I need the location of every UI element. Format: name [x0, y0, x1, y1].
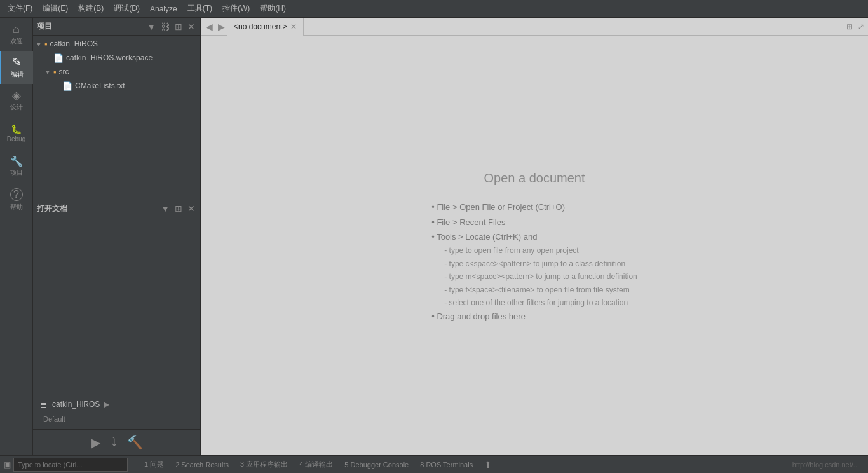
run-default-item[interactable]: Default — [38, 413, 195, 425]
status-compile-output[interactable]: 4 编译输出 — [294, 458, 338, 470]
activity-welcome-label: 欢迎 — [10, 37, 23, 46]
editor-area: ◀ ▶ <no document> ✕ ⊞ ⤢ Open a document … — [201, 18, 868, 455]
activity-design[interactable]: ◈ 设计 — [0, 84, 33, 117]
menu-edit[interactable]: 编辑(E) — [37, 1, 73, 17]
monitor-icon: 🖥 — [38, 399, 48, 410]
activity-design-label: 设计 — [10, 103, 23, 112]
locate-wrapper: ▣ — [4, 458, 133, 472]
activity-project-label: 项目 — [10, 168, 23, 177]
statusbar: ▣ 1 问题 2 Search Results 3 应用程序输出 4 编译输出 … — [0, 455, 868, 473]
activity-help[interactable]: ? 帮助 — [0, 183, 33, 216]
status-search-results[interactable]: 2 Search Results — [170, 460, 234, 470]
activity-edit-label: 编辑 — [11, 70, 24, 79]
run-config-area: 🖥 catkin_HiROS ▶ Default — [33, 392, 200, 429]
status-debugger-console[interactable]: 5 Debugger Console — [339, 460, 414, 470]
open-docs-area — [33, 217, 200, 294]
sidebar-bottom: 🖥 catkin_HiROS ▶ Default ▶ ⤵ 🔨 — [33, 294, 200, 455]
folder-icon: ▪ — [53, 67, 57, 77]
sidebar-actions: ▼ ⛓ ⊞ ✕ — [146, 22, 196, 32]
tab-close-icon[interactable]: ✕ — [290, 22, 297, 31]
tree-item-catkin-hiros[interactable]: ▼ ▪ catkin_HiROS — [33, 37, 200, 51]
run-play-button[interactable]: ▶ — [91, 435, 100, 450]
tree-item-workspace[interactable]: 📄 catkin_HiROS.workspace — [33, 51, 200, 65]
tree-item-cmakelists[interactable]: 📄 CMakeLists.txt — [33, 79, 200, 93]
arrow-icon: ▼ — [44, 69, 53, 76]
activity-welcome[interactable]: ⌂ 欢迎 — [0, 18, 33, 51]
link-icon[interactable]: ⛓ — [159, 22, 171, 32]
prompt-sub-4: - select one of the other filters for ju… — [431, 296, 637, 309]
prompt-item-0: • File > Open File or Project (Ctrl+O) — [431, 200, 637, 214]
editor-content: Open a document • File > Open File or Pr… — [201, 36, 868, 455]
menubar: 文件(F) 编辑(E) 构建(B) 调试(D) Analyze 工具(T) 控件… — [0, 0, 868, 18]
tab-split-icon[interactable]: ⊞ — [845, 22, 854, 31]
menu-build[interactable]: 构建(B) — [73, 1, 109, 17]
nav-back-button[interactable]: ◀ — [203, 22, 215, 32]
prompt-item-2: • Tools > Locate (Ctrl+K) and — [431, 230, 637, 244]
tab-expand-icon[interactable]: ⤢ — [857, 22, 865, 31]
status-right: http://blog.csdn.net/... — [792, 461, 864, 469]
menu-controls[interactable]: 控件(W) — [217, 1, 255, 17]
menu-analyze[interactable]: Analyze — [145, 2, 182, 16]
project-icon: 🔧 — [10, 156, 23, 167]
menu-help[interactable]: 帮助(H) — [255, 1, 291, 17]
close-sidebar-icon[interactable]: ✕ — [186, 22, 196, 32]
tree-label: catkin_HiROS.workspace — [66, 53, 153, 62]
expand-icon[interactable]: ⊞ — [173, 22, 184, 32]
prompt-title: Open a document — [431, 167, 637, 189]
tree-item-src[interactable]: ▼ ▪ src — [33, 65, 200, 79]
tree-label: catkin_HiROS — [50, 39, 98, 48]
status-problems[interactable]: 1 问题 — [139, 458, 169, 470]
activity-debug[interactable]: 🐛 Debug — [0, 117, 33, 150]
run-config-label: catkin_HiROS — [52, 400, 100, 409]
prompt-item-drag: • Drag and drop files here — [431, 309, 637, 324]
run-build-button[interactable]: 🔨 — [127, 435, 143, 450]
open-docs-expand-icon[interactable]: ⊞ — [173, 203, 184, 214]
sidebar: 项目 ▼ ⛓ ⊞ ✕ ▼ ▪ catkin_HiROS 📄 catkin_HiR… — [33, 18, 201, 455]
activity-debug-label: Debug — [7, 135, 25, 142]
status-app-output[interactable]: 3 应用程序输出 — [235, 458, 293, 470]
editor-tab-no-document[interactable]: <no document> ✕ — [227, 18, 304, 36]
tree-label: CMakeLists.txt — [75, 81, 125, 90]
run-label: Default — [43, 415, 65, 423]
tree-label: src — [59, 67, 69, 76]
prompt-sub-2: - type m<space><pattern> to jump to a fu… — [431, 270, 637, 283]
expand-arrow-icon: ▶ — [104, 400, 109, 409]
locate-bar[interactable] — [13, 458, 128, 472]
menu-tools[interactable]: 工具(T) — [182, 1, 217, 17]
run-config-item[interactable]: 🖥 catkin_HiROS ▶ — [38, 396, 195, 413]
run-step-button[interactable]: ⤵ — [111, 435, 117, 450]
activity-edit[interactable]: ✎ 编辑 — [0, 51, 33, 84]
status-expand-icon[interactable]: ⬆ — [479, 458, 497, 471]
open-docs-close-icon[interactable]: ✕ — [186, 203, 196, 214]
menu-debug[interactable]: 调试(D) — [109, 1, 145, 17]
sidebar-header: 项目 ▼ ⛓ ⊞ ✕ — [33, 18, 200, 36]
welcome-icon: ⌂ — [13, 24, 20, 35]
filter-icon[interactable]: ▼ — [146, 22, 157, 32]
arrow-icon: ▼ — [36, 41, 44, 48]
terminal-icon: ▣ — [4, 460, 11, 469]
help-icon: ? — [10, 188, 23, 201]
nav-forward-button[interactable]: ▶ — [215, 22, 227, 32]
tab-actions: ⊞ ⤢ — [845, 22, 865, 31]
edit-icon: ✎ — [12, 57, 22, 68]
open-docs-sort-icon[interactable]: ▼ — [159, 203, 171, 214]
run-buttons: ▶ ⤵ 🔨 — [33, 429, 200, 455]
main-layout: ⌂ 欢迎 ✎ 编辑 ◈ 设计 🐛 Debug 🔧 项目 ? 帮助 项目 — [0, 18, 868, 455]
activity-bar: ⌂ 欢迎 ✎ 编辑 ◈ 设计 🐛 Debug 🔧 项目 ? 帮助 — [0, 18, 33, 455]
watermark-text: http://blog.csdn.net/... — [792, 461, 859, 469]
menu-file[interactable]: 文件(F) — [3, 1, 37, 17]
status-ros-terminals[interactable]: 8 ROS Terminals — [415, 460, 478, 470]
open-document-prompt: Open a document • File > Open File or Pr… — [431, 167, 637, 324]
locate-input[interactable] — [18, 461, 123, 469]
prompt-sub-1: - type c<space><pattern> to jump to a cl… — [431, 257, 637, 270]
prompt-item-1: • File > Recent Files — [431, 215, 637, 230]
file-tree: ▼ ▪ catkin_HiROS 📄 catkin_HiROS.workspac… — [33, 36, 200, 200]
editor-tabbar: ◀ ▶ <no document> ✕ ⊞ ⤢ — [201, 18, 868, 36]
open-docs-header: 打开文档 ▼ ⊞ ✕ — [33, 200, 200, 217]
tab-label: <no document> — [234, 22, 287, 31]
open-docs-actions: ▼ ⊞ ✕ — [159, 203, 196, 214]
activity-project[interactable]: 🔧 项目 — [0, 150, 33, 183]
activity-help-label: 帮助 — [10, 203, 23, 212]
folder-icon: ▪ — [44, 39, 48, 49]
prompt-sub-3: - type f<space><filename> to open file f… — [431, 284, 637, 296]
